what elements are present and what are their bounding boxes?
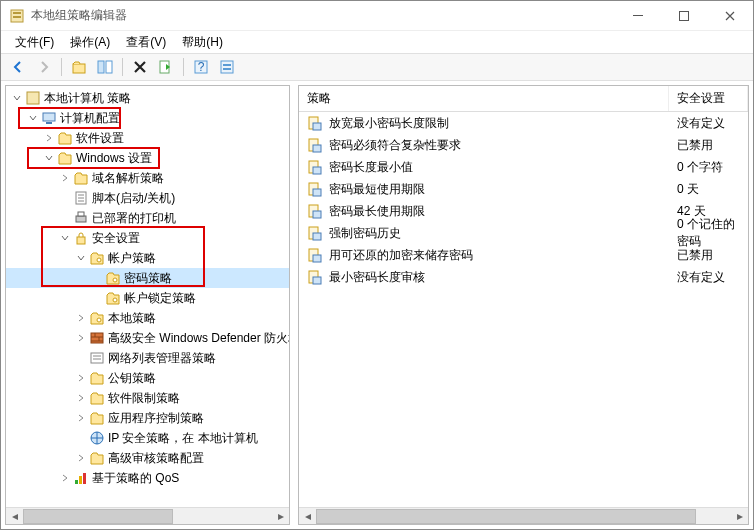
delete-button[interactable] bbox=[129, 56, 151, 78]
maximize-button[interactable] bbox=[661, 1, 707, 31]
toolbar-separator bbox=[183, 58, 184, 76]
chevron-right-icon[interactable] bbox=[58, 471, 72, 485]
tree-local-policies[interactable]: 本地策略 bbox=[6, 308, 289, 328]
menu-file[interactable]: 文件(F) bbox=[7, 32, 62, 53]
policy-name: 密码长度最小值 bbox=[329, 159, 413, 176]
menu-view[interactable]: 查看(V) bbox=[118, 32, 174, 53]
tree-audit[interactable]: 高级审核策略配置 bbox=[6, 448, 289, 468]
tree-printers[interactable]: 已部署的打印机 bbox=[6, 208, 289, 228]
chevron-down-icon[interactable] bbox=[74, 251, 88, 265]
svg-rect-16 bbox=[46, 122, 52, 124]
app-window: 本地组策略编辑器 文件(F) 操作(A) 查看(V) 帮助(H) ? 本地计算机… bbox=[0, 0, 754, 530]
svg-point-24 bbox=[97, 318, 101, 322]
tree-pubkey[interactable]: 公钥策略 bbox=[6, 368, 289, 388]
svg-rect-11 bbox=[221, 61, 233, 73]
policy-value: 没有定义 bbox=[669, 269, 748, 286]
svg-rect-1 bbox=[13, 12, 21, 14]
tree-security-settings[interactable]: 安全设置 bbox=[6, 228, 289, 248]
list-row[interactable]: 密码长度最小值0 个字符 bbox=[299, 156, 748, 178]
tree-password-policy[interactable]: 密码策略 bbox=[6, 268, 289, 288]
svg-rect-15 bbox=[43, 113, 55, 121]
chevron-right-icon[interactable] bbox=[58, 171, 72, 185]
chevron-right-icon[interactable] bbox=[42, 131, 56, 145]
list-row[interactable]: 放宽最小密码长度限制没有定义 bbox=[299, 112, 748, 134]
minimize-button[interactable] bbox=[615, 1, 661, 31]
forward-button[interactable] bbox=[33, 56, 55, 78]
tree-view[interactable]: 本地计算机 策略计算机配置软件设置Windows 设置域名解析策略脚本(启动/关… bbox=[6, 86, 289, 507]
list-body: 放宽最小密码长度限制没有定义密码必须符合复杂性要求已禁用密码长度最小值0 个字符… bbox=[299, 112, 748, 507]
chevron-right-icon[interactable] bbox=[74, 371, 88, 385]
tree-firewall[interactable]: 高级安全 Windows Defender 防火墙 bbox=[6, 328, 289, 348]
wall-icon bbox=[89, 330, 105, 346]
export-button[interactable] bbox=[155, 56, 177, 78]
tree-label: 网络列表管理器策略 bbox=[108, 350, 285, 367]
list-row[interactable]: 最小密码长度审核没有定义 bbox=[299, 266, 748, 288]
policy-value: 0 个字符 bbox=[669, 159, 748, 176]
chevron-right-icon[interactable] bbox=[74, 311, 88, 325]
chevron-right-icon[interactable] bbox=[74, 391, 88, 405]
policy-name: 用可还原的加密来储存密码 bbox=[329, 247, 473, 264]
tree-account-lockout[interactable]: 帐户锁定策略 bbox=[6, 288, 289, 308]
showhide-button[interactable] bbox=[94, 56, 116, 78]
back-button[interactable] bbox=[7, 56, 29, 78]
policy-value: 没有定义 bbox=[669, 115, 748, 132]
tree-hscrollbar[interactable]: ◂▸ bbox=[6, 507, 289, 524]
menu-help[interactable]: 帮助(H) bbox=[174, 32, 231, 53]
chevron-down-icon[interactable] bbox=[42, 151, 56, 165]
tree-computer-config[interactable]: 计算机配置 bbox=[6, 108, 289, 128]
svg-rect-46 bbox=[313, 277, 321, 284]
tree-label: 基于策略的 QoS bbox=[92, 470, 285, 487]
tree-appctl[interactable]: 应用程序控制策略 bbox=[6, 408, 289, 428]
root-icon bbox=[25, 90, 41, 106]
svg-rect-44 bbox=[313, 255, 321, 262]
tree-account-policies[interactable]: 帐户策略 bbox=[6, 248, 289, 268]
properties-button[interactable]: ? bbox=[190, 56, 212, 78]
chevron-down-icon[interactable] bbox=[58, 231, 72, 245]
col-setting[interactable]: 安全设置 bbox=[669, 86, 748, 111]
tree-scripts[interactable]: 脚本(启动/关机) bbox=[6, 188, 289, 208]
policy-icon bbox=[307, 181, 323, 197]
svg-rect-29 bbox=[79, 476, 82, 484]
window-buttons bbox=[615, 1, 753, 31]
policy-name: 最小密码长度审核 bbox=[329, 269, 425, 286]
chevron-down-icon[interactable] bbox=[10, 91, 24, 105]
list-row[interactable]: 密码最短使用期限0 天 bbox=[299, 178, 748, 200]
menu-action[interactable]: 操作(A) bbox=[62, 32, 118, 53]
tree-label: 计算机配置 bbox=[60, 110, 285, 127]
svg-rect-7 bbox=[106, 61, 112, 73]
col-policy[interactable]: 策略 bbox=[299, 86, 669, 111]
tree-srp[interactable]: 软件限制策略 bbox=[6, 388, 289, 408]
chevron-right-icon[interactable] bbox=[74, 451, 88, 465]
list-hscrollbar[interactable]: ◂▸ bbox=[299, 507, 748, 524]
window-title: 本地组策略编辑器 bbox=[31, 7, 615, 24]
policy-icon bbox=[307, 115, 323, 131]
folder-icon bbox=[89, 410, 105, 426]
svg-rect-6 bbox=[98, 61, 104, 73]
svg-rect-40 bbox=[313, 211, 321, 218]
list-row[interactable]: 用可还原的加密来储存密码已禁用 bbox=[299, 244, 748, 266]
help-button[interactable] bbox=[216, 56, 238, 78]
list-row[interactable]: 强制密码历史0 个记住的密码 bbox=[299, 222, 748, 244]
policy-icon bbox=[307, 247, 323, 263]
tree-windows-settings[interactable]: Windows 设置 bbox=[6, 148, 289, 168]
qos-icon bbox=[73, 470, 89, 486]
tree-ipsec[interactable]: IP 安全策略，在 本地计算机 bbox=[6, 428, 289, 448]
tree-software-settings[interactable]: 软件设置 bbox=[6, 128, 289, 148]
list-row[interactable]: 密码必须符合复杂性要求已禁用 bbox=[299, 134, 748, 156]
folderkey-icon bbox=[89, 250, 105, 266]
tree-nlm[interactable]: 网络列表管理器策略 bbox=[6, 348, 289, 368]
folder-icon bbox=[89, 390, 105, 406]
up-button[interactable] bbox=[68, 56, 90, 78]
svg-rect-4 bbox=[680, 11, 689, 20]
chevron-right-icon[interactable] bbox=[74, 331, 88, 345]
folder-icon bbox=[57, 150, 73, 166]
svg-rect-32 bbox=[313, 123, 321, 130]
tree-label: 密码策略 bbox=[124, 270, 285, 287]
close-button[interactable] bbox=[707, 1, 753, 31]
tree-qos[interactable]: 基于策略的 QoS bbox=[6, 468, 289, 488]
tree-dns-policy[interactable]: 域名解析策略 bbox=[6, 168, 289, 188]
lock-icon bbox=[73, 230, 89, 246]
tree-root[interactable]: 本地计算机 策略 bbox=[6, 88, 289, 108]
chevron-right-icon[interactable] bbox=[74, 411, 88, 425]
chevron-down-icon[interactable] bbox=[26, 111, 40, 125]
